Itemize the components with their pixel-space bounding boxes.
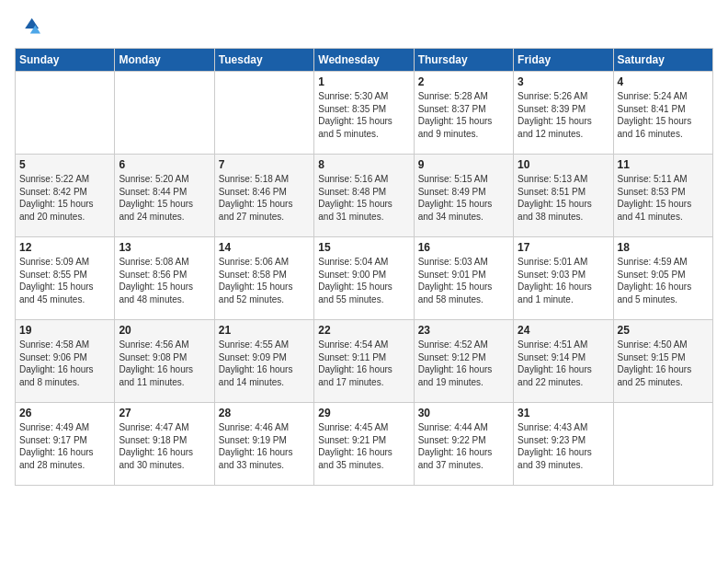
day-info: Sunrise: 4:47 AM Sunset: 9:18 PM Dayligh…: [119, 421, 210, 471]
day-info: Sunrise: 4:50 AM Sunset: 9:15 PM Dayligh…: [618, 339, 709, 388]
day-number: 15: [318, 241, 409, 254]
day-info: Sunrise: 4:51 AM Sunset: 9:14 PM Dayligh…: [518, 339, 609, 388]
header: [15, 15, 713, 40]
logo-icon: [15, 15, 40, 40]
logo: [15, 15, 44, 40]
day-info: Sunrise: 5:30 AM Sunset: 8:35 PM Dayligh…: [318, 90, 409, 140]
calendar-cell: 18Sunrise: 4:59 AM Sunset: 9:05 PM Dayli…: [613, 237, 712, 320]
calendar-cell: 2Sunrise: 5:28 AM Sunset: 8:37 PM Daylig…: [414, 72, 513, 155]
day-number: 22: [318, 324, 409, 337]
calendar-cell: [16, 72, 115, 155]
day-number: 4: [618, 75, 709, 88]
day-number: 23: [418, 324, 509, 337]
calendar-cell: 30Sunrise: 4:44 AM Sunset: 9:22 PM Dayli…: [414, 403, 513, 486]
day-info: Sunrise: 5:11 AM Sunset: 8:53 PM Dayligh…: [618, 173, 709, 223]
day-number: 11: [618, 158, 709, 171]
calendar-cell: 28Sunrise: 4:46 AM Sunset: 9:19 PM Dayli…: [214, 403, 313, 486]
day-number: 16: [418, 241, 509, 254]
day-number: 20: [119, 324, 210, 337]
day-header-monday: Monday: [115, 49, 214, 72]
calendar-cell: [115, 72, 214, 155]
calendar-cell: 29Sunrise: 4:45 AM Sunset: 9:21 PM Dayli…: [314, 403, 414, 486]
calendar-cell: 16Sunrise: 5:03 AM Sunset: 9:01 PM Dayli…: [414, 237, 513, 320]
calendar-cell: 17Sunrise: 5:01 AM Sunset: 9:03 PM Dayli…: [514, 237, 613, 320]
day-info: Sunrise: 4:54 AM Sunset: 9:11 PM Dayligh…: [318, 339, 409, 388]
day-number: 9: [418, 158, 509, 171]
day-info: Sunrise: 5:13 AM Sunset: 8:51 PM Dayligh…: [518, 173, 609, 223]
day-info: Sunrise: 5:22 AM Sunset: 8:42 PM Dayligh…: [19, 173, 110, 223]
day-info: Sunrise: 4:52 AM Sunset: 9:12 PM Dayligh…: [418, 339, 509, 388]
day-info: Sunrise: 5:08 AM Sunset: 8:56 PM Dayligh…: [119, 256, 210, 305]
day-info: Sunrise: 4:46 AM Sunset: 9:19 PM Dayligh…: [219, 421, 310, 471]
day-number: 17: [518, 241, 609, 254]
day-number: 12: [19, 241, 110, 254]
calendar-cell: [214, 72, 313, 155]
day-info: Sunrise: 4:45 AM Sunset: 9:21 PM Dayligh…: [318, 421, 409, 471]
day-info: Sunrise: 4:43 AM Sunset: 9:23 PM Dayligh…: [518, 421, 609, 471]
calendar-cell: 4Sunrise: 5:24 AM Sunset: 8:41 PM Daylig…: [613, 72, 712, 155]
calendar-cell: 12Sunrise: 5:09 AM Sunset: 8:55 PM Dayli…: [16, 237, 115, 320]
day-number: 8: [318, 158, 409, 171]
calendar-cell: 1Sunrise: 5:30 AM Sunset: 8:35 PM Daylig…: [314, 72, 414, 155]
day-number: 29: [318, 407, 409, 419]
day-number: 7: [219, 158, 310, 171]
day-header-friday: Friday: [514, 49, 613, 72]
day-number: 10: [518, 158, 609, 171]
week-row-3: 12Sunrise: 5:09 AM Sunset: 8:55 PM Dayli…: [16, 237, 713, 320]
day-info: Sunrise: 5:18 AM Sunset: 8:46 PM Dayligh…: [219, 173, 310, 223]
day-number: 31: [518, 407, 609, 419]
calendar-cell: 24Sunrise: 4:51 AM Sunset: 9:14 PM Dayli…: [514, 320, 613, 403]
calendar-cell: 13Sunrise: 5:08 AM Sunset: 8:56 PM Dayli…: [115, 237, 214, 320]
day-number: 13: [119, 241, 210, 254]
calendar-cell: 25Sunrise: 4:50 AM Sunset: 9:15 PM Dayli…: [613, 320, 712, 403]
day-number: 19: [19, 324, 110, 337]
day-header-saturday: Saturday: [613, 49, 712, 72]
calendar-cell: 27Sunrise: 4:47 AM Sunset: 9:18 PM Dayli…: [115, 403, 214, 486]
calendar-cell: 8Sunrise: 5:16 AM Sunset: 8:48 PM Daylig…: [314, 155, 414, 237]
day-info: Sunrise: 5:28 AM Sunset: 8:37 PM Dayligh…: [418, 90, 509, 140]
day-number: 21: [219, 324, 310, 337]
day-info: Sunrise: 5:09 AM Sunset: 8:55 PM Dayligh…: [19, 256, 110, 305]
day-info: Sunrise: 5:16 AM Sunset: 8:48 PM Dayligh…: [318, 173, 409, 223]
day-number: 30: [418, 407, 509, 419]
day-info: Sunrise: 4:49 AM Sunset: 9:17 PM Dayligh…: [19, 421, 110, 471]
day-info: Sunrise: 5:03 AM Sunset: 9:01 PM Dayligh…: [418, 256, 509, 305]
day-info: Sunrise: 4:59 AM Sunset: 9:05 PM Dayligh…: [618, 256, 709, 305]
day-number: 5: [19, 158, 110, 171]
week-row-5: 26Sunrise: 4:49 AM Sunset: 9:17 PM Dayli…: [16, 403, 713, 486]
calendar-cell: 21Sunrise: 4:55 AM Sunset: 9:09 PM Dayli…: [214, 320, 313, 403]
day-number: 24: [518, 324, 609, 337]
calendar-cell: 19Sunrise: 4:58 AM Sunset: 9:06 PM Dayli…: [16, 320, 115, 403]
week-row-2: 5Sunrise: 5:22 AM Sunset: 8:42 PM Daylig…: [16, 155, 713, 237]
day-number: 2: [418, 75, 509, 88]
day-header-tuesday: Tuesday: [214, 49, 313, 72]
day-number: 25: [618, 324, 709, 337]
day-info: Sunrise: 4:44 AM Sunset: 9:22 PM Dayligh…: [418, 421, 509, 471]
day-info: Sunrise: 5:06 AM Sunset: 8:58 PM Dayligh…: [219, 256, 310, 305]
calendar-cell: 9Sunrise: 5:15 AM Sunset: 8:49 PM Daylig…: [414, 155, 513, 237]
day-number: 14: [219, 241, 310, 254]
day-number: 18: [618, 241, 709, 254]
day-info: Sunrise: 4:58 AM Sunset: 9:06 PM Dayligh…: [19, 339, 110, 388]
calendar-cell: 31Sunrise: 4:43 AM Sunset: 9:23 PM Dayli…: [514, 403, 613, 486]
calendar-cell: 10Sunrise: 5:13 AM Sunset: 8:51 PM Dayli…: [514, 155, 613, 237]
calendar-cell: 23Sunrise: 4:52 AM Sunset: 9:12 PM Dayli…: [414, 320, 513, 403]
calendar-table: SundayMondayTuesdayWednesdayThursdayFrid…: [15, 48, 713, 486]
day-info: Sunrise: 4:56 AM Sunset: 9:08 PM Dayligh…: [119, 339, 210, 388]
day-info: Sunrise: 5:26 AM Sunset: 8:39 PM Dayligh…: [518, 90, 609, 140]
calendar-cell: 14Sunrise: 5:06 AM Sunset: 8:58 PM Dayli…: [214, 237, 313, 320]
week-row-1: 1Sunrise: 5:30 AM Sunset: 8:35 PM Daylig…: [16, 72, 713, 155]
day-info: Sunrise: 4:55 AM Sunset: 9:09 PM Dayligh…: [219, 339, 310, 388]
calendar-cell: 22Sunrise: 4:54 AM Sunset: 9:11 PM Dayli…: [314, 320, 414, 403]
day-info: Sunrise: 5:01 AM Sunset: 9:03 PM Dayligh…: [518, 256, 609, 305]
svg-marker-0: [25, 18, 39, 29]
calendar-cell: 26Sunrise: 4:49 AM Sunset: 9:17 PM Dayli…: [16, 403, 115, 486]
calendar-cell: 3Sunrise: 5:26 AM Sunset: 8:39 PM Daylig…: [514, 72, 613, 155]
calendar-cell: 5Sunrise: 5:22 AM Sunset: 8:42 PM Daylig…: [16, 155, 115, 237]
day-info: Sunrise: 5:20 AM Sunset: 8:44 PM Dayligh…: [119, 173, 210, 223]
calendar-cell: 15Sunrise: 5:04 AM Sunset: 9:00 PM Dayli…: [314, 237, 414, 320]
calendar-cell: [613, 403, 712, 486]
day-number: 26: [19, 407, 110, 419]
day-number: 6: [119, 158, 210, 171]
day-header-sunday: Sunday: [16, 49, 115, 72]
